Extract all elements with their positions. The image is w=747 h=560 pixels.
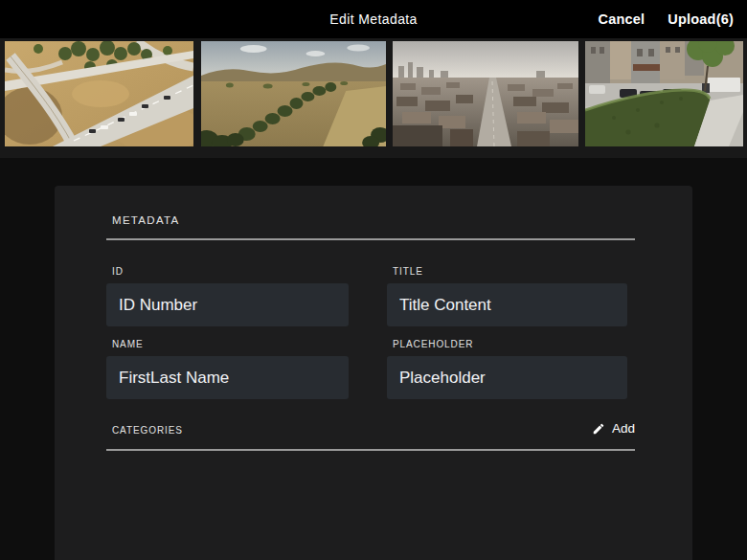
id-input[interactable] [106, 283, 349, 326]
add-category-button[interactable]: Add [592, 419, 635, 437]
metadata-section-divider [106, 238, 635, 240]
header-actions: Cancel Upload(6) [599, 0, 734, 38]
thumbnail-strip [0, 38, 747, 158]
thumbnail-aerial-hazy-cityscape[interactable] [393, 41, 578, 146]
highway-interchange-image [5, 41, 193, 146]
thumbnail-aerial-golden-hills[interactable] [201, 41, 386, 146]
street-hedge-image [585, 41, 743, 146]
cancel-button[interactable]: Cancel [599, 11, 645, 27]
thumbnail-street-hedge-scene[interactable] [585, 41, 743, 146]
name-input[interactable] [106, 356, 349, 399]
golden-hills-image [201, 41, 386, 146]
add-label: Add [612, 421, 635, 436]
edit-metadata-screen: Edit Metadata Cancel Upload(6) [0, 0, 747, 560]
upload-button[interactable]: Upload(6) [668, 11, 734, 27]
metadata-section-title: METADATA [112, 214, 179, 226]
categories-divider [106, 449, 635, 451]
id-label: ID [112, 266, 124, 277]
header-bar: Edit Metadata Cancel Upload(6) [0, 0, 747, 38]
placeholder-label: PLACEHOLDER [393, 339, 473, 349]
title-label: TITLE [393, 266, 423, 277]
name-label: NAME [112, 339, 144, 349]
categories-label: CATEGORIES [112, 425, 183, 436]
placeholder-input[interactable] [387, 356, 627, 399]
hazy-cityscape-image [393, 41, 578, 146]
pencil-icon [592, 422, 605, 436]
thumbnail-aerial-highway-interchange[interactable] [5, 41, 193, 146]
title-input[interactable] [387, 283, 627, 326]
metadata-panel: METADATA ID TITLE NAME PLACEHOLDER CATEG… [55, 186, 692, 560]
